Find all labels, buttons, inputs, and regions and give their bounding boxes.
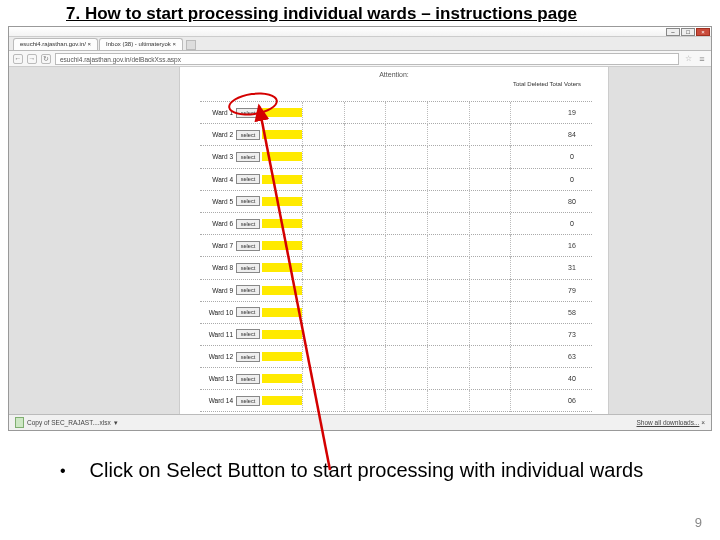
window-min-button[interactable]: –: [666, 28, 680, 36]
spacer-cells: [302, 279, 552, 301]
ward-bar: [262, 152, 302, 161]
show-all-downloads-link[interactable]: Show all downloads... ×: [637, 419, 705, 426]
window-close-button[interactable]: ×: [696, 28, 710, 36]
page-content: Attention: Total Deleted Total Voters Wa…: [179, 67, 609, 414]
tab-label: esuchi4.rajasthan.gov.in/ ×: [20, 39, 91, 50]
table-row: Ward 6select0: [200, 212, 592, 234]
ward-value: 84: [552, 131, 592, 138]
select-button[interactable]: select: [236, 307, 260, 317]
ward-bar: [262, 286, 302, 295]
spacer-cells: [302, 368, 552, 390]
ward-label: Ward 10: [200, 309, 236, 316]
table-row: Ward 5select80: [200, 190, 592, 212]
window-titlebar: – □ ×: [9, 27, 711, 37]
ward-label: Ward 3: [200, 153, 236, 160]
select-button[interactable]: select: [236, 352, 260, 362]
menu-icon[interactable]: ≡: [697, 54, 707, 64]
select-button[interactable]: select: [236, 285, 260, 295]
ward-value: 19: [552, 109, 592, 116]
ward-value: 06: [552, 397, 592, 404]
select-button[interactable]: select: [236, 241, 260, 251]
select-button[interactable]: select: [236, 329, 260, 339]
ward-value: 79: [552, 287, 592, 294]
ward-label: Ward 11: [200, 331, 236, 338]
ward-value: 0: [552, 153, 592, 160]
address-bar: ← → ↻ esuchi4.rajasthan.gov.in/delBackXs…: [9, 51, 711, 67]
table-row: Ward 9select79: [200, 279, 592, 301]
window-max-button[interactable]: □: [681, 28, 695, 36]
bullet-text: Click on Select Button to start processi…: [90, 458, 644, 484]
spacer-cells: [302, 190, 552, 212]
ward-bar: [262, 374, 302, 383]
select-button[interactable]: select: [236, 396, 260, 406]
bookmark-icon[interactable]: ☆: [683, 54, 693, 64]
table-row: Ward 2select84: [200, 123, 592, 145]
select-button[interactable]: select: [236, 374, 260, 384]
table-row: Ward 7select16: [200, 234, 592, 256]
browser-tab[interactable]: esuchi4.rajasthan.gov.in/ ×: [13, 38, 98, 50]
table-row: Ward 3select0: [200, 145, 592, 167]
spacer-cells: [302, 257, 552, 279]
table-header: Total Deleted Total Voters: [502, 81, 592, 88]
spacer-cells: [302, 390, 552, 412]
page-number: 9: [695, 515, 702, 530]
table-row: Ward 12select63: [200, 345, 592, 367]
table-row: Ward 4select0: [200, 168, 592, 190]
ward-label: Ward 6: [200, 220, 236, 227]
file-icon: [15, 417, 24, 428]
close-icon[interactable]: ×: [701, 419, 705, 426]
show-all-label: Show all downloads...: [637, 419, 700, 426]
spacer-cells: [302, 146, 552, 168]
table-row: Ward 10select58: [200, 301, 592, 323]
tab-strip: esuchi4.rajasthan.gov.in/ × Inbox (38) -…: [9, 37, 711, 51]
ward-bar: [262, 396, 302, 405]
reload-icon[interactable]: ↻: [41, 54, 51, 64]
download-item[interactable]: Copy of SEC_RAJAST....xlsx ▾: [15, 417, 118, 428]
browser-tab[interactable]: Inbox (38) - ultimateryok ×: [99, 38, 183, 50]
ward-label: Ward 12: [200, 353, 236, 360]
ward-bar: [262, 175, 302, 184]
ward-label: Ward 13: [200, 375, 236, 382]
ward-value: 73: [552, 331, 592, 338]
ward-bar: [262, 330, 302, 339]
ward-label: Ward 5: [200, 198, 236, 205]
spacer-cells: [302, 213, 552, 235]
tab-label: Inbox (38) - ultimateryok ×: [106, 39, 176, 50]
ward-bar: [262, 130, 302, 139]
spacer-cells: [302, 235, 552, 257]
select-button[interactable]: select: [236, 174, 260, 184]
spacer-cells: [302, 102, 552, 124]
forward-icon[interactable]: →: [27, 54, 37, 64]
ward-bar: [262, 241, 302, 250]
bullet-list: • Click on Select Button to start proces…: [60, 458, 660, 484]
chevron-down-icon: ▾: [114, 419, 118, 427]
back-icon[interactable]: ←: [13, 54, 23, 64]
table-row: Ward 14select06: [200, 389, 592, 411]
ward-bar: [262, 352, 302, 361]
spacer-cells: [302, 323, 552, 345]
ward-label: Ward 7: [200, 242, 236, 249]
table-row: Ward 13select40: [200, 367, 592, 389]
ward-bar: [262, 263, 302, 272]
ward-value: 0: [552, 220, 592, 227]
select-button[interactable]: select: [236, 219, 260, 229]
download-filename: Copy of SEC_RAJAST....xlsx: [27, 419, 111, 426]
url-input[interactable]: esuchi4.rajasthan.gov.in/delBackXss.aspx: [55, 53, 679, 65]
select-button[interactable]: select: [236, 196, 260, 206]
ward-bar: [262, 219, 302, 228]
new-tab-button[interactable]: [186, 40, 196, 50]
ward-label: Ward 14: [200, 397, 236, 404]
ward-label: Ward 9: [200, 287, 236, 294]
browser-screenshot: – □ × esuchi4.rajasthan.gov.in/ × Inbox …: [8, 26, 712, 431]
page-viewport: Attention: Total Deleted Total Voters Wa…: [9, 67, 711, 414]
ward-label: Ward 8: [200, 264, 236, 271]
ward-value: 58: [552, 309, 592, 316]
ward-label: Ward 2: [200, 131, 236, 138]
spacer-cells: [302, 124, 552, 146]
spacer-cells: [302, 301, 552, 323]
spacer-cells: [302, 168, 552, 190]
select-button[interactable]: select: [236, 152, 260, 162]
select-button[interactable]: select: [236, 130, 260, 140]
ward-bar: [262, 197, 302, 206]
select-button[interactable]: select: [236, 263, 260, 273]
